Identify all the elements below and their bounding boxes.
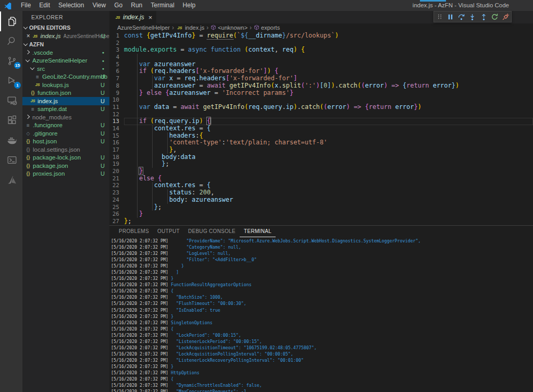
activity-explorer-icon[interactable] xyxy=(0,11,22,31)
close-icon[interactable]: × xyxy=(25,32,32,40)
code-token: require xyxy=(207,32,233,40)
code-token: 'Incorrect params' xyxy=(222,89,290,96)
breadcrumb-item-3[interactable]: <unknown> xyxy=(210,24,247,31)
code-token: ) xyxy=(418,103,422,111)
tree-item-GeoLite2-Country.mmdb[interactable]: ≡GeoLite2-Country.mmdbU xyxy=(22,73,109,81)
tree-item-host.json[interactable]: {}host.jsonU xyxy=(22,138,109,146)
code-line[interactable]: 27}; xyxy=(109,218,533,225)
code-line-content: }; xyxy=(124,160,169,167)
tree-item-.vscode[interactable]: .vscode● xyxy=(22,48,109,57)
code-token: headers xyxy=(169,67,196,75)
code-line[interactable]: 7 var x = req.headers['x-forwarded-for'] xyxy=(109,75,533,82)
code-line[interactable]: 18 body:data xyxy=(109,154,533,161)
menu-go[interactable]: Go xyxy=(110,0,127,11)
activity-powershell-icon[interactable] xyxy=(0,150,22,170)
restart-button[interactable] xyxy=(490,12,500,22)
code-line[interactable]: 10 xyxy=(109,96,533,104)
activity-extensions-icon[interactable] xyxy=(0,111,22,130)
code-token: split xyxy=(282,82,301,89)
tree-item-AzureSentinelHelper[interactable]: AzureSentinelHelper● xyxy=(22,57,109,65)
code-token: context xyxy=(248,46,275,53)
tree-item-lookups.js[interactable]: JSlookups.jsU xyxy=(22,81,109,89)
menu-view[interactable]: View xyxy=(88,0,110,11)
close-icon[interactable]: × xyxy=(147,14,154,21)
step-into-button[interactable] xyxy=(467,12,477,22)
step-over-button[interactable] xyxy=(456,12,466,22)
tab-index-js[interactable]: JS index.js × xyxy=(109,11,156,23)
code-token xyxy=(124,160,162,167)
menu-help[interactable]: Help xyxy=(179,0,200,11)
code-editor[interactable]: 1const {getIPv4Info} = require(`${__dirn… xyxy=(109,32,533,225)
tree-item-.gitignore[interactable]: ◇.gitignoreU xyxy=(22,129,109,138)
breadcrumb-item-1[interactable]: AzureSentinelHelper xyxy=(117,24,170,31)
tree-item-.funcignore[interactable]: ≡.funcignoreU xyxy=(22,121,109,130)
code-line[interactable]: 19 }; xyxy=(109,161,533,168)
activity-docker-icon[interactable] xyxy=(0,130,22,150)
step-out-button[interactable] xyxy=(479,12,489,22)
activity-search-icon[interactable] xyxy=(0,31,22,51)
tree-item-proxies.json[interactable]: {}proxies.jsonU xyxy=(22,170,109,178)
menu-run[interactable]: Run xyxy=(127,0,146,11)
code-line[interactable]: 26 } xyxy=(109,211,533,218)
menu-selection[interactable]: Selection xyxy=(54,0,88,11)
terminal-output[interactable]: [5/16/2020 2:07:32 PM] "ProviderName": "… xyxy=(109,237,533,392)
menu-terminal[interactable]: Terminal xyxy=(146,0,178,11)
code-line[interactable]: 20 } xyxy=(109,168,533,175)
panel-tab-problems[interactable]: PROBLEMS xyxy=(115,226,153,237)
code-token: { xyxy=(207,117,210,125)
code-line[interactable]: 23 status: 200, xyxy=(109,189,533,197)
code-token: . xyxy=(180,181,184,189)
activity-run-debug-icon[interactable]: 1 xyxy=(0,71,22,91)
tree-item-label: GeoLite2-Country.mmdb xyxy=(42,74,107,80)
tree-item-package.json[interactable]: {}package.jsonU xyxy=(22,162,109,170)
panel-tab-debug-console[interactable]: DEBUG CONSOLE xyxy=(184,226,240,237)
code-token xyxy=(124,75,154,82)
code-line-body: } xyxy=(124,211,533,218)
tree-item-function.json[interactable]: {}function.jsonU xyxy=(22,89,109,97)
terminal-timestamp: [5/16/2020 2:07:32 PM] xyxy=(111,251,168,256)
disconnect-button[interactable] xyxy=(501,12,511,22)
activity-remote-explorer-icon[interactable] xyxy=(0,91,22,111)
breadcrumb-item-4[interactable]: exports xyxy=(254,24,280,31)
workspace-header[interactable]: AZFN xyxy=(22,40,109,48)
tree-item-local.settings.json[interactable]: {}local.settings.json xyxy=(22,145,109,154)
text-cursor xyxy=(210,118,211,124)
open-editors-header[interactable]: OPEN EDITORS xyxy=(22,23,109,32)
code-token: getIPv4Info xyxy=(203,103,244,111)
pause-button[interactable] xyxy=(445,12,455,22)
code-line[interactable]: 14 context.res = { xyxy=(109,125,533,132)
panel-tab-output[interactable]: OUTPUT xyxy=(153,226,184,237)
code-line[interactable]: 4 xyxy=(109,54,533,61)
code-line[interactable]: 25 }; xyxy=(109,204,533,211)
json-file-icon: {} xyxy=(24,147,32,152)
code-line[interactable]: 1const {getIPv4Info} = require(`${__dirn… xyxy=(109,32,533,40)
code-line[interactable]: 11 var data = await getIPv4Info(req.quer… xyxy=(109,104,533,111)
code-token: , xyxy=(210,189,214,196)
code-line[interactable]: 3module.exports = async function (contex… xyxy=(109,46,533,54)
tree-item-index.js[interactable]: JSindex.jsU xyxy=(22,97,109,105)
code-line[interactable]: 13 if (req.query.ip) { xyxy=(109,118,533,125)
code-line[interactable]: 16 'content-type':'text/plain; charset=u… xyxy=(109,139,533,146)
code-line[interactable]: 9 } else {azureanswer = 'Incorrect param… xyxy=(109,90,533,97)
activity-azure-icon[interactable] xyxy=(0,170,22,190)
breadcrumb-item-2[interactable]: JSindex.js xyxy=(176,24,204,31)
code-line[interactable]: 17 }, xyxy=(109,146,533,154)
tree-item-label: lookups.js xyxy=(42,82,69,88)
activity-source-control-icon[interactable]: 15 xyxy=(0,51,22,71)
tree-item-sample.dat[interactable]: ≡sample.datU xyxy=(22,105,109,114)
terminal-text: "BatchSize": 1000, xyxy=(168,295,223,300)
open-editor-item[interactable]: × JS index.js AzureSentinelHelper U xyxy=(22,32,109,40)
panel-tab-terminal[interactable]: TERMINAL xyxy=(240,226,276,237)
indent-guide xyxy=(137,96,138,104)
code-line[interactable]: 24 body: azureanswer xyxy=(109,197,533,204)
menu-edit[interactable]: Edit xyxy=(35,0,54,11)
menu-file[interactable]: File xyxy=(17,0,35,11)
code-token: catch xyxy=(301,103,320,111)
tree-item-package-lock.json[interactable]: {}package-lock.jsonU xyxy=(22,154,109,162)
file-tree: .vscode●AzureSentinelHelper●src●≡GeoLite… xyxy=(22,48,109,178)
tree-item-node_modules[interactable]: node_modules xyxy=(22,113,109,121)
code-line[interactable]: 8 azureanswer = await getIPv4Info(x.spli… xyxy=(109,82,533,90)
gripper-button[interactable] xyxy=(435,12,444,22)
tree-item-src[interactable]: src● xyxy=(22,65,109,73)
js-file-icon: JS xyxy=(114,15,121,20)
